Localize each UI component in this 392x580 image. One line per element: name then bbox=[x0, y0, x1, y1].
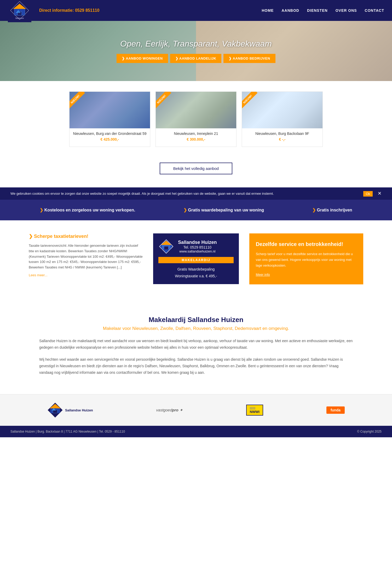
about-title: Makelaardij Sallandse Huizen bbox=[39, 316, 353, 324]
hero-buttons: AANBOD WONINGEN AANBOD LANDELIJK AANBOD … bbox=[117, 54, 275, 63]
nwwi-text: NWWI bbox=[250, 410, 260, 414]
ad-text-area: Sallandse Huizen Tel. 0529 851110 www.sa… bbox=[178, 240, 217, 253]
hero-btn-bedrijven[interactable]: AANBOD BEDRIJVEN bbox=[223, 54, 275, 63]
main-nav: HOME AANBOD DIENSTEN OVER ONS CONTACT bbox=[262, 8, 384, 13]
svg-rect-10 bbox=[164, 246, 168, 249]
hero-section: Open, Eerlijk, Transparant, Vakbekwaam A… bbox=[0, 21, 392, 81]
service-card: Dezelfde service en betrokkenheid! Scher… bbox=[249, 233, 363, 284]
top-header: Sallandse Direct informatie: 0529 851110… bbox=[0, 0, 392, 21]
ad-offer-line1: Gratis Waardebepaling bbox=[177, 267, 215, 271]
hero-content: Open, Eerlijk, Transparant, Vakbekwaam A… bbox=[117, 39, 275, 63]
nav-over-ons[interactable]: OVER ONS bbox=[336, 8, 357, 13]
nav-home[interactable]: HOME bbox=[262, 8, 274, 13]
taxatie-text: Taxatie tarievenoverzicht: Alle hieronde… bbox=[29, 243, 143, 270]
ad-www: www.sallandsehuizen.nl bbox=[178, 249, 217, 253]
cookie-text: We gebruiken cookies om ervoor te zorgen… bbox=[10, 192, 274, 196]
lees-meer-link[interactable]: Lees meer... bbox=[29, 273, 48, 277]
features-bar: Kosteloos en zorgeloos uw woning verkope… bbox=[0, 200, 392, 220]
hero-btn-landelijk[interactable]: AANBOD LANDELIJK bbox=[170, 54, 222, 63]
nav-aanbod[interactable]: AANBOD bbox=[281, 8, 299, 13]
badge-nieuw-1 bbox=[70, 92, 88, 110]
property-card-1[interactable]: Nieuwleusen, Burg.van der Grondenstraat … bbox=[69, 91, 150, 147]
footer-logo-funda[interactable]: funda bbox=[326, 406, 345, 414]
taxatie-left: Scherpe taxatietarieven! Taxatie tarieve… bbox=[29, 233, 143, 277]
svg-marker-9 bbox=[161, 241, 171, 245]
footer-sh-text: Sallandse Huizen bbox=[65, 408, 93, 412]
logo[interactable]: Sallandse bbox=[8, 0, 31, 22]
feature-item-1[interactable]: Kosteloos en zorgeloos uw woning verkope… bbox=[40, 208, 135, 213]
footer-logo-sh[interactable]: Sallandse Huizen bbox=[47, 402, 93, 418]
property-name-1: Nieuwleusen, Burg.van der Grondenstraat … bbox=[72, 131, 147, 136]
taxatie-center: Sallandse Huizen Tel. 0529 851110 www.sa… bbox=[153, 233, 239, 284]
phone-number: Direct informatie: 0529 851110 bbox=[39, 8, 99, 13]
cookie-ok-button[interactable]: Ok bbox=[363, 191, 373, 197]
logo-area: Sallandse Direct informatie: 0529 851110 bbox=[8, 0, 99, 22]
cookie-actions: Ok ✕ bbox=[361, 191, 382, 197]
badge-nieuw-2 bbox=[156, 92, 174, 110]
cookie-notice: We gebruiken cookies om ervoor te zorgen… bbox=[0, 187, 392, 200]
property-card-3[interactable]: Nieuwleusen, Burg Backxlaan 9F € -,- bbox=[242, 91, 323, 147]
svg-text:Sallandse: Sallandse bbox=[15, 17, 24, 19]
property-price-3: € -,- bbox=[242, 137, 322, 141]
service-title: Dezelfde service en betrokkenheid! bbox=[256, 241, 357, 247]
nav-contact[interactable]: CONTACT bbox=[365, 8, 384, 13]
ad-card-top: Sallandse Huizen Tel. 0529 851110 www.sa… bbox=[158, 239, 233, 254]
property-img-wrap-2 bbox=[156, 92, 236, 128]
property-price-2: € 300.000,- bbox=[156, 137, 236, 141]
about-section: Makelaardij Sallandse Huizen Makelaar vo… bbox=[13, 303, 379, 394]
vastgoedpro-text: vastgoedpro ✦ bbox=[156, 408, 183, 412]
taxatie-section: Scherpe taxatietarieven! Taxatie tarieve… bbox=[13, 220, 379, 297]
taxatie-title: Scherpe taxatietarieven! bbox=[29, 233, 143, 239]
cookie-close-button[interactable]: ✕ bbox=[378, 191, 382, 196]
property-img-wrap-3 bbox=[242, 92, 322, 128]
footer-logo-vastgoedpro[interactable]: vastgoedpro ✦ bbox=[156, 408, 183, 412]
footer-logos: Sallandse Huizen vastgoedpro ✦ ||||||| N… bbox=[0, 394, 392, 426]
footer-logo-nwwi[interactable]: ||||||| NWWI bbox=[246, 405, 263, 416]
properties-grid: Nieuwleusen, Burg.van der Grondenstraat … bbox=[13, 91, 379, 147]
taxatie-right: Dezelfde service en betrokkenheid! Scher… bbox=[249, 233, 363, 284]
property-name-3: Nieuwleusen, Burg Backxlaan 9F bbox=[245, 131, 320, 136]
property-name-2: Nieuwleusen, Ireneplein 21 bbox=[158, 131, 234, 136]
view-all-button[interactable]: Bekijk het volledig aanbod bbox=[160, 163, 232, 174]
footer-copyright: © Copyright 2025 bbox=[357, 430, 382, 433]
property-price-1: € 425.000,- bbox=[70, 137, 150, 141]
footer-address: Sallandse Huizen | Burg. Backxlaan 8 | 7… bbox=[10, 430, 125, 433]
about-paragraph-1: Sallandse Huizen is de makelaardij met v… bbox=[39, 338, 353, 351]
service-text: Scherp tarief voor u met dezelfde servic… bbox=[256, 251, 357, 268]
svg-marker-13 bbox=[50, 404, 61, 408]
view-all-section: Bekijk het volledig aanbod bbox=[0, 157, 392, 187]
nav-diensten[interactable]: DIENSTEN bbox=[307, 8, 328, 13]
footer-bottom: Sallandse Huizen | Burg. Backxlaan 8 | 7… bbox=[0, 426, 392, 437]
ad-logo-area bbox=[158, 239, 174, 254]
about-subtitle: Makelaar voor Nieuwleusen, Zwolle, Dalfs… bbox=[39, 326, 353, 331]
feature-item-3[interactable]: Gratis inschrijven bbox=[312, 208, 352, 213]
ad-card: Sallandse Huizen Tel. 0529 851110 www.sa… bbox=[153, 233, 239, 284]
funda-badge: funda bbox=[326, 406, 345, 414]
properties-section: Nieuwleusen, Burg.van der Grondenstraat … bbox=[0, 81, 392, 157]
hero-btn-woningen[interactable]: AANBOD WONINGEN bbox=[117, 54, 168, 63]
ad-offer: Gratis Waardebepaling Woningtaxatie v.a.… bbox=[158, 265, 233, 279]
badge-nieuw-3 bbox=[242, 92, 260, 110]
ad-makelaardij-badge: MAKELAARDIJ bbox=[158, 257, 233, 263]
about-paragraph-2: Wij hechten veel waarde aan een serviceg… bbox=[39, 356, 353, 376]
feature-item-2[interactable]: Gratis waardebepaling van uw woning bbox=[183, 208, 264, 213]
hero-title: Open, Eerlijk, Transparant, Vakbekwaam bbox=[117, 39, 275, 49]
property-img-wrap-1 bbox=[70, 92, 150, 128]
ad-company-name: Sallandse Huizen bbox=[178, 240, 217, 245]
property-card-2[interactable]: Nieuwleusen, Ireneplein 21 € 300.000,- bbox=[155, 91, 237, 147]
nwwi-badge: ||||||| NWWI bbox=[246, 405, 263, 416]
meer-info-link[interactable]: Meer info bbox=[256, 273, 270, 277]
ad-tel: Tel. 0529 851110 bbox=[178, 245, 217, 249]
ad-offer-line2: Woningtaxatie v.a. € 495,- bbox=[175, 274, 217, 278]
